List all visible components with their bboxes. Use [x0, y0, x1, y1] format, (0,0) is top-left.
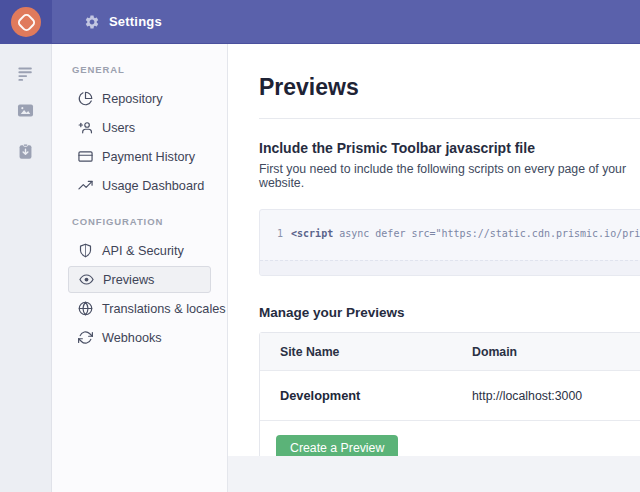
- code-snippet-block[interactable]: 1<script async defer src="https://static…: [259, 209, 640, 276]
- sidebar-item-label: Previews: [103, 273, 154, 287]
- cell-site-name: Development: [260, 388, 472, 403]
- cell-domain: http://localhost:3000: [472, 389, 640, 403]
- section-label: CONFIGURATION: [52, 216, 227, 236]
- sidebar-item-label: Webhooks: [102, 331, 162, 345]
- page-header-title: Settings: [109, 14, 162, 29]
- title-divider: [259, 118, 640, 119]
- code-line-number: 1: [277, 228, 283, 239]
- sidebar-item-webhooks[interactable]: Webhooks: [52, 323, 227, 352]
- sidebar-item-users[interactable]: Users: [52, 113, 227, 142]
- refresh-icon: [78, 330, 93, 345]
- sidebar-item-previews[interactable]: Previews: [68, 266, 211, 293]
- sidebar-item-repository[interactable]: Repository: [52, 84, 227, 113]
- toolbar-section-description: First you need to include the following …: [259, 162, 640, 190]
- app-logo-box[interactable]: [0, 0, 52, 44]
- sidebar-item-payment-history[interactable]: Payment History: [52, 142, 227, 171]
- sidebar-item-label: Payment History: [102, 150, 195, 164]
- prismic-logo-icon: [11, 7, 41, 37]
- shield-icon: [78, 243, 93, 258]
- code-rest: async defer src="https://static.cdn.pris…: [333, 228, 640, 239]
- sidebar-item-label: Users: [102, 121, 135, 135]
- table-row[interactable]: Development http://localhost:3000: [260, 371, 640, 421]
- manage-section-heading: Manage your Previews: [259, 305, 640, 320]
- eye-icon: [79, 272, 94, 287]
- code-line: 1<script async defer src="https://static…: [260, 210, 640, 239]
- column-header-site-name: Site Name: [260, 345, 472, 359]
- gear-icon: [84, 14, 100, 30]
- archive-icon[interactable]: [16, 141, 36, 161]
- trending-up-icon: [78, 178, 93, 193]
- section-label: GENERAL: [52, 64, 227, 84]
- pie-chart-icon: [78, 91, 93, 106]
- sidebar-item-api-security[interactable]: API & Security: [52, 236, 227, 265]
- table-header-row: Site Name Domain: [260, 333, 640, 371]
- main-content: Previews Include the Prismic Toolbar jav…: [228, 44, 640, 492]
- logo-glyph: [15, 11, 36, 32]
- user-plus-icon: [78, 120, 93, 135]
- sidebar-item-label: API & Security: [102, 244, 184, 258]
- credit-card-icon: [78, 149, 93, 164]
- toolbar-section-heading: Include the Prismic Toolbar javascript f…: [259, 140, 640, 156]
- page-background-below-card: [228, 456, 640, 492]
- notes-icon[interactable]: [16, 63, 36, 83]
- page-title: Previews: [259, 74, 640, 101]
- icon-rail: [0, 44, 52, 492]
- top-header: Settings: [0, 0, 640, 44]
- media-library-icon[interactable]: [16, 100, 36, 120]
- sidebar-item-label: Usage Dashboard: [102, 179, 204, 193]
- sidebar-item-label: Translations & locales: [102, 302, 226, 316]
- header-bar: Settings: [52, 0, 640, 43]
- sidebar-section-general: GENERAL Repository Users Payment History…: [52, 44, 227, 200]
- sidebar-item-usage-dashboard[interactable]: Usage Dashboard: [52, 171, 227, 200]
- sidebar-item-label: Repository: [102, 92, 163, 106]
- code-horizontal-scrollbar[interactable]: [260, 260, 640, 275]
- sidebar-section-configuration: CONFIGURATION API & Security Previews Tr…: [52, 200, 227, 352]
- column-header-domain: Domain: [472, 345, 640, 359]
- sidebar-item-translations-locales[interactable]: Translations & locales: [52, 294, 227, 323]
- globe-icon: [78, 301, 93, 316]
- settings-sidebar: GENERAL Repository Users Payment History…: [52, 44, 228, 492]
- code-keyword: script: [297, 228, 333, 239]
